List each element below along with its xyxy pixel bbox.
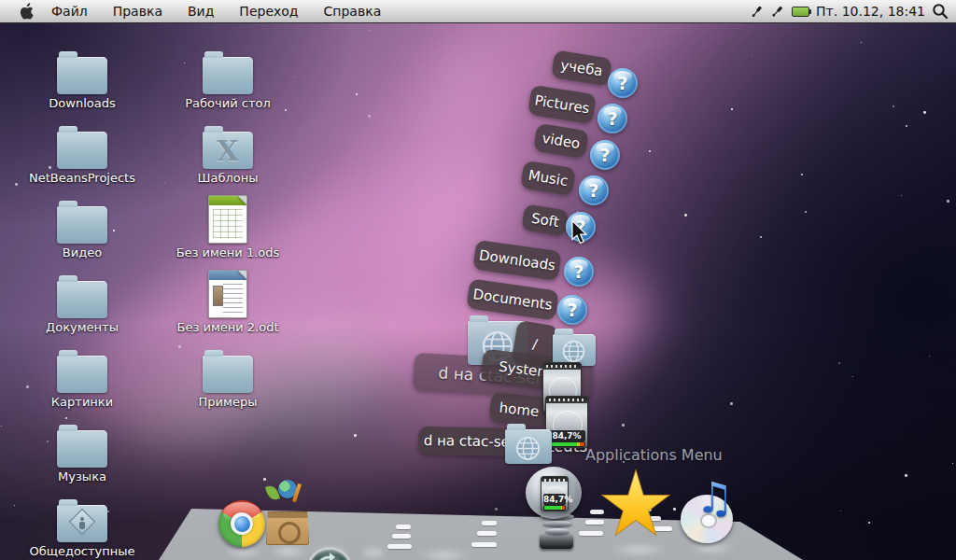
spring-coil bbox=[545, 528, 569, 535]
applications-menu-label: Applications Menu bbox=[585, 446, 723, 464]
folder-icon bbox=[57, 505, 107, 542]
star-dot bbox=[730, 402, 733, 405]
question-mark-glyph: ? bbox=[573, 261, 583, 282]
desktop-icon-music-folder[interactable]: Музыка bbox=[12, 423, 152, 483]
folder-icon bbox=[57, 132, 107, 169]
desktop-icon-label: Примеры bbox=[158, 395, 298, 409]
folder-icon bbox=[57, 430, 107, 468]
spring-coil bbox=[542, 521, 572, 527]
network-folder-icon bbox=[553, 330, 596, 366]
star-dot bbox=[622, 424, 625, 427]
chrome-icon[interactable] bbox=[218, 500, 265, 547]
dock-separator bbox=[471, 542, 497, 547]
dock-separator bbox=[396, 525, 411, 529]
question-mark-glyph: ? bbox=[588, 180, 598, 201]
star-dot bbox=[354, 434, 357, 437]
ubuntu-emblem-icon bbox=[278, 522, 301, 544]
desktop-icon-desktop-folder[interactable]: Рабочий стол bbox=[158, 49, 298, 110]
dock-reflection bbox=[358, 546, 388, 559]
desktop-icon-examples[interactable]: Примеры bbox=[158, 348, 298, 409]
star-dot bbox=[905, 474, 907, 477]
music-cd-icon[interactable]: ♫ bbox=[681, 489, 740, 545]
mouse-cursor bbox=[571, 220, 588, 245]
menu-edit[interactable]: Правка bbox=[113, 4, 162, 19]
question-icon[interactable]: ? bbox=[564, 257, 594, 287]
question-icon[interactable]: ? bbox=[608, 68, 638, 98]
menubar: ФайлПравкаВидПереходСправка Пт. 10.12, 1… bbox=[0, 0, 956, 23]
package-box-icon[interactable] bbox=[263, 493, 312, 545]
star-dot bbox=[731, 108, 733, 110]
clock[interactable]: Пт. 10.12, 18:41 bbox=[816, 4, 925, 19]
desktop-icon-label: Музыка bbox=[12, 469, 152, 483]
desktop-icon-text-file[interactable]: Без имени 2.odt bbox=[158, 273, 298, 334]
search-icon[interactable] bbox=[932, 3, 949, 20]
shortcuts-stack-spring-icon[interactable]: 84,7% bbox=[523, 467, 588, 551]
desktop-icon-netbeansprojects[interactable]: NetBeansProjects bbox=[12, 124, 152, 185]
osx-letter-glyph: X bbox=[203, 132, 253, 169]
music-note-glyph: ♫ bbox=[696, 476, 734, 519]
time-machine-icon[interactable] bbox=[309, 550, 350, 560]
dock-separator bbox=[387, 544, 412, 549]
folder-icon bbox=[203, 356, 253, 393]
apple-logo-icon[interactable] bbox=[21, 3, 35, 20]
desktop-icon-label: Общедоступные bbox=[12, 544, 152, 558]
document-file-icon bbox=[208, 270, 247, 318]
menubar-tray: Пт. 10.12, 18:41 bbox=[751, 0, 949, 22]
star-dot bbox=[368, 115, 371, 118]
stack-item-home[interactable]: home bbox=[488, 392, 549, 427]
menubar-menus: ФайлПравкаВидПереходСправка bbox=[51, 4, 381, 19]
spreadsheet-file-icon bbox=[208, 195, 247, 244]
star-dot bbox=[923, 111, 926, 114]
folder-icon bbox=[57, 57, 107, 94]
star-dot bbox=[356, 93, 358, 95]
dock-reflection bbox=[609, 543, 668, 556]
question-mark-glyph: ? bbox=[607, 108, 617, 129]
question-mark-glyph: ? bbox=[599, 145, 610, 165]
question-icon[interactable]: ? bbox=[579, 175, 609, 205]
usage-bar bbox=[543, 505, 566, 511]
menu-help[interactable]: Справка bbox=[324, 4, 382, 19]
question-icon[interactable]: ? bbox=[590, 140, 620, 170]
desktop-icon-label: Документы bbox=[12, 320, 152, 334]
folder-icon bbox=[57, 356, 107, 393]
question-mark-glyph: ? bbox=[567, 300, 577, 320]
star-dot bbox=[752, 55, 752, 56]
dock-separator bbox=[392, 534, 411, 539]
menu-view[interactable]: Вид bbox=[188, 4, 214, 19]
question-icon[interactable]: ? bbox=[598, 104, 627, 133]
menu-go[interactable]: Переход bbox=[239, 4, 298, 19]
desktop-icon-documents-folder[interactable]: Документы bbox=[12, 273, 152, 334]
menu-file[interactable]: Файл bbox=[51, 4, 88, 19]
desktop-icon-label: Без имени 2.odt bbox=[158, 320, 298, 334]
desktop-icon-label: Downloads bbox=[12, 96, 152, 110]
star-dot bbox=[947, 200, 949, 203]
usage-badge: 84,7% bbox=[548, 430, 585, 441]
desktop-screen: ФайлПравкаВидПереходСправка Пт. 10.12, 1… bbox=[0, 0, 956, 560]
star-dot bbox=[649, 150, 651, 152]
dock-reflection bbox=[416, 549, 472, 560]
desktop-icon-pictures-folder[interactable]: Картинки bbox=[12, 348, 152, 409]
star-dot bbox=[673, 508, 676, 511]
folder-icon bbox=[57, 206, 107, 244]
question-icon[interactable]: ? bbox=[557, 295, 587, 325]
battery-icon[interactable] bbox=[792, 7, 809, 17]
plug-icon[interactable] bbox=[751, 5, 765, 19]
desktop-icon-spreadsheet-file[interactable]: Без имени 1.ods bbox=[158, 199, 298, 259]
plug-icon[interactable] bbox=[771, 5, 785, 19]
hard-drive-usage-icon: 84,7% bbox=[541, 476, 569, 511]
star-dot bbox=[801, 174, 803, 175]
network-folder-icon bbox=[505, 426, 552, 464]
desktop-icon-label: Картинки bbox=[12, 395, 152, 409]
dock-separator bbox=[482, 521, 497, 525]
desktop-icon-downloads[interactable]: Downloads bbox=[12, 49, 152, 110]
dock-separator bbox=[477, 531, 497, 536]
desktop-icon-public-folder[interactable]: Общедоступные bbox=[12, 497, 152, 558]
desktop-icon-video-folder[interactable]: Видео bbox=[12, 199, 152, 259]
star-icon[interactable] bbox=[599, 469, 672, 543]
desktop-icon-templates[interactable]: XШаблоны bbox=[158, 124, 298, 185]
star-dot bbox=[684, 214, 687, 217]
dock-reflection bbox=[267, 545, 310, 558]
desktop-icon-label: NetBeansProjects bbox=[12, 171, 152, 185]
desktop-icon-label: Рабочий стол bbox=[158, 96, 298, 110]
star-dot bbox=[454, 189, 455, 189]
